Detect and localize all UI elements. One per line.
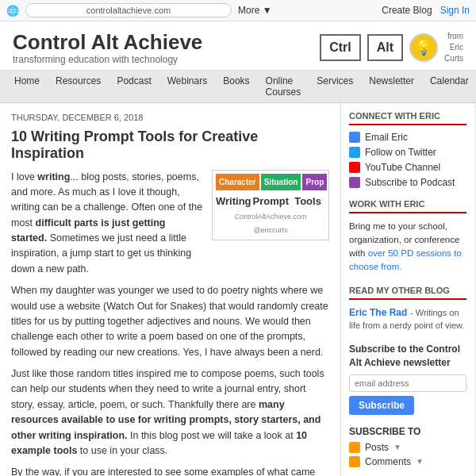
post-title: 10 Writing Prompt Tools for Creative Ins… [11,129,329,162]
img-credit1: ControlAltAchieve.com [216,212,325,223]
favicon-icon: 🌐 [6,5,19,17]
nav-calendar[interactable]: Calendar [422,71,476,102]
comments-dropdown-icon: ▼ [416,457,424,466]
subscribe-section: SUBSCRIBE TO Posts ▼ Comments ▼ [349,426,466,467]
nav-bar: Home Resources Podcast Webinars Books On… [0,71,476,103]
more-button[interactable]: More ▼ [238,5,272,16]
from-label: from Eric Curts [444,31,463,64]
other-blog-title: READ MY OTHER BLOG [349,286,466,300]
posts-dropdown-icon: ▼ [393,443,401,451]
img-label-prompt: Prompt [253,194,290,209]
nav-newsletter[interactable]: Newsletter [361,71,422,102]
nav-resources[interactable]: Resources [48,71,109,102]
rss-comments-icon [349,456,360,467]
site-title: Control Alt Achieve [13,31,202,54]
nav-books[interactable]: Books [215,71,257,102]
post-body: Character Situation Prop Writing Prompt … [11,170,329,476]
writing-prompt-image: Character Situation Prop Writing Prompt … [212,170,329,241]
subscribe-title: SUBSCRIBE TO [349,426,466,437]
email-label: Email Eric [365,132,408,143]
body-p4: By the way, if you are interested to see… [11,465,329,476]
rss-posts-icon [349,442,360,453]
posts-row: Posts ▼ [349,442,466,453]
sit-tab: Situation [261,174,301,191]
mail-icon [349,132,360,143]
top-bar-left: 🌐 controlaltachieve.com More ▼ [6,3,272,17]
sign-in-link[interactable]: Sign In [440,5,470,16]
newsletter-title: Subscribe to the Control Alt Achieve new… [349,343,466,370]
main-layout: Thursday, December 6, 2018 10 Writing Pr… [0,103,476,476]
body-p3: Just like those random titles inspired m… [11,367,329,459]
podcast-icon [349,177,360,188]
main-content: Thursday, December 6, 2018 10 Writing Pr… [0,103,341,476]
logo-area: Ctrl Alt 💡 from Eric Curts [320,31,463,64]
prop-tab: Prop [302,174,327,191]
youtube-icon [349,162,360,173]
address-bar[interactable]: controlaltachieve.com [25,3,232,17]
comments-label: Comments [365,456,411,467]
eric-the-rad-link[interactable]: Eric The Rad [349,307,407,318]
bulb-icon: 💡 [409,33,438,62]
site-header: Control Alt Achieve transforming educati… [0,21,476,71]
body-p2: When my daughter was younger we used to … [11,283,329,360]
char-tab: Character [216,174,259,191]
podcast-link[interactable]: Subscribe to Podcast [349,177,466,188]
youtube-label: YouTube Channel [365,162,440,173]
img-credit2: @ericcurts [216,225,325,236]
ctrl-logo: Ctrl [320,34,361,61]
img-label-writing: Writing [216,194,251,209]
work-section: WORK WITH ERIC Bring me to your school, … [349,199,466,274]
posts-label: Posts [365,442,389,453]
work-text: Bring me to your school, organization, o… [349,220,466,274]
comments-row: Comments ▼ [349,456,466,467]
post-date: Thursday, December 6, 2018 [11,113,329,122]
connect-section: CONNECT WITH ERIC Email Eric Follow on T… [349,111,466,188]
pd-sessions-link[interactable]: over 50 PD sessions to choose from. [349,248,462,271]
connect-title: CONNECT WITH ERIC [349,111,466,125]
img-label-tools: Tools [290,194,325,209]
alt-logo: Alt [367,34,403,61]
work-title: WORK WITH ERIC [349,199,466,213]
nav-podcast[interactable]: Podcast [109,71,159,102]
email-input[interactable] [349,374,466,392]
nav-home[interactable]: Home [6,71,48,102]
sidebar: CONNECT WITH ERIC Email Eric Follow on T… [341,103,474,476]
top-bar-right: Create Blog Sign In [382,5,470,16]
twitter-icon [349,147,360,158]
create-blog-link[interactable]: Create Blog [382,5,432,16]
site-branding: Control Alt Achieve transforming educati… [13,31,202,65]
nav-services[interactable]: Services [309,71,361,102]
twitter-link[interactable]: Follow on Twitter [349,147,466,158]
twitter-label: Follow on Twitter [365,147,436,158]
nav-online-courses[interactable]: Online Courses [258,71,309,102]
youtube-link[interactable]: YouTube Channel [349,162,466,173]
email-eric-link[interactable]: Email Eric [349,132,466,143]
podcast-label: Subscribe to Podcast [365,177,455,188]
top-bar: 🌐 controlaltachieve.com More ▼ Create Bl… [0,0,476,21]
site-tagline: transforming education with technology [13,54,202,65]
subscribe-button[interactable]: Subscribe [349,396,414,415]
nav-webinars[interactable]: Webinars [159,71,215,102]
newsletter-section: Subscribe to the Control Alt Achieve new… [349,343,466,415]
other-blog-section: READ MY OTHER BLOG Eric The Rad - Writin… [349,286,466,332]
